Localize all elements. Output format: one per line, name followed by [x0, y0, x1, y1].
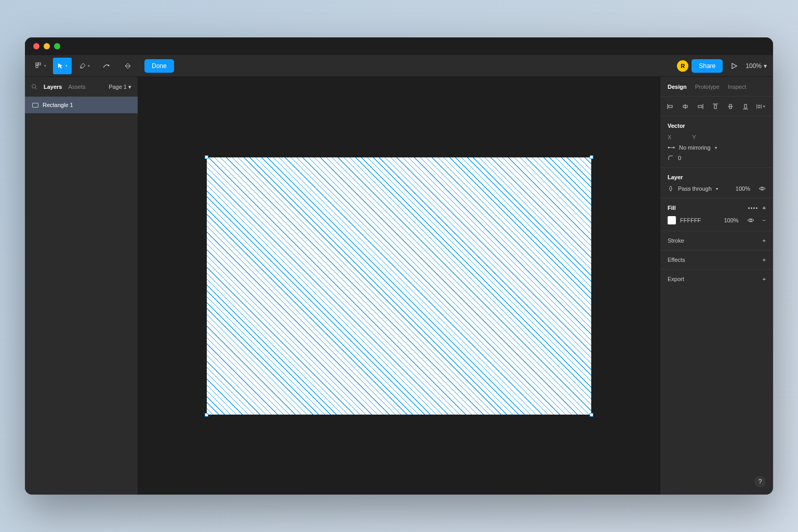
remove-fill-button[interactable]: −: [763, 217, 766, 223]
toolbar-left: ▾ ▾ ▾ Done: [31, 58, 174, 74]
svg-point-3: [108, 64, 110, 66]
mirror-icon: [668, 145, 675, 150]
resize-handle-br[interactable]: [590, 413, 593, 417]
page-selector[interactable]: Page 1 ▾: [109, 84, 131, 90]
resize-handle-bl[interactable]: [205, 413, 208, 417]
move-tool-button[interactable]: ▾: [53, 58, 72, 74]
toolbar: ▾ ▾ ▾ Done R Share: [25, 55, 773, 77]
align-top-button[interactable]: [711, 102, 720, 111]
blend-icon: [668, 185, 674, 192]
tab-design[interactable]: Design: [668, 84, 687, 90]
export-title: Export: [668, 276, 684, 282]
add-fill-button[interactable]: +: [763, 205, 766, 211]
left-panel-header: Layers Assets Page 1 ▾: [25, 77, 138, 97]
mirroring-dropdown[interactable]: No mirroring ▾: [668, 144, 766, 151]
main-menu-button[interactable]: ▾: [31, 58, 50, 74]
tab-assets[interactable]: Assets: [68, 84, 85, 90]
align-hcenter-button[interactable]: [681, 102, 690, 111]
resize-handle-tl[interactable]: [205, 155, 208, 159]
fill-hex[interactable]: FFFFFF: [680, 217, 701, 223]
add-effect-button[interactable]: +: [763, 257, 766, 263]
svg-point-25: [750, 219, 752, 221]
fill-styles-button[interactable]: [748, 207, 757, 209]
align-right-button[interactable]: [696, 102, 705, 111]
coord-row: X Y: [668, 134, 766, 140]
titlebar: [25, 37, 773, 55]
distribute-button[interactable]: ▾: [756, 102, 765, 111]
right-panel: Design Prototype Inspect ▾ Vector X Y: [660, 77, 773, 495]
svg-rect-2: [38, 63, 41, 65]
chevron-down-icon: ▾: [764, 62, 767, 70]
align-bottom-button[interactable]: [741, 102, 750, 111]
radius-value: 0: [678, 155, 681, 161]
align-vcenter-button[interactable]: [726, 102, 735, 111]
y-label[interactable]: Y: [692, 134, 696, 140]
svg-rect-0: [36, 63, 38, 65]
blend-mode-row[interactable]: Pass through ▾ 100%: [668, 185, 766, 192]
fill-opacity[interactable]: 100%: [724, 217, 738, 223]
alignment-row: ▾: [660, 97, 773, 116]
corner-radius-input[interactable]: 0: [668, 155, 766, 161]
add-export-button[interactable]: +: [763, 276, 766, 282]
layer-opacity[interactable]: 100%: [736, 185, 750, 192]
canvas[interactable]: [138, 77, 660, 495]
layer-name: Rectangle 1: [43, 102, 73, 108]
share-button[interactable]: Share: [691, 59, 723, 73]
svg-rect-7: [669, 105, 672, 108]
visibility-toggle[interactable]: [759, 186, 766, 191]
chevron-down-icon: ▾: [715, 145, 717, 150]
svg-rect-20: [758, 105, 760, 108]
user-avatar[interactable]: R: [677, 60, 688, 72]
left-panel: Layers Assets Page 1 ▾ Rectangle 1: [25, 77, 138, 495]
svg-point-24: [761, 188, 763, 190]
fill-color-swatch[interactable]: [668, 216, 676, 224]
vector-section: Vector X Y No mirroring ▾ 0: [660, 116, 773, 168]
selected-rectangle[interactable]: [207, 157, 591, 415]
app-window: ▾ ▾ ▾ Done R Share: [25, 37, 773, 495]
mirroring-value: No mirroring: [679, 144, 711, 151]
bend-tool-button[interactable]: [97, 58, 115, 74]
svg-rect-13: [714, 105, 716, 109]
svg-rect-11: [698, 105, 702, 108]
effects-title: Effects: [668, 257, 685, 263]
vector-title: Vector: [668, 123, 766, 129]
help-button[interactable]: ?: [754, 476, 766, 487]
close-window-button[interactable]: [33, 43, 39, 49]
layer-item[interactable]: Rectangle 1: [25, 97, 138, 113]
x-label[interactable]: X: [668, 134, 671, 140]
svg-point-23: [673, 147, 675, 149]
layer-section: Layer Pass through ▾ 100%: [660, 168, 773, 198]
svg-rect-1: [36, 65, 38, 68]
search-icon[interactable]: [31, 84, 37, 90]
resize-handle-tr[interactable]: [590, 155, 593, 159]
pen-tool-button[interactable]: ▾: [75, 58, 94, 74]
minimize-window-button[interactable]: [44, 43, 50, 49]
stroke-title: Stroke: [668, 237, 684, 244]
toolbar-right: R Share 100% ▾: [677, 59, 767, 73]
fill-visibility-toggle[interactable]: [747, 218, 754, 223]
add-stroke-button[interactable]: +: [763, 237, 766, 244]
main-area: Layers Assets Page 1 ▾ Rectangle 1: [25, 77, 773, 495]
zoom-value: 100%: [746, 62, 762, 70]
align-left-button[interactable]: [666, 102, 675, 111]
layer-title: Layer: [668, 174, 766, 180]
chevron-down-icon: ▾: [716, 187, 718, 191]
tab-layers[interactable]: Layers: [44, 84, 62, 90]
stroke-section[interactable]: Stroke +: [660, 231, 773, 250]
corner-radius-icon: [668, 155, 674, 161]
paint-bucket-tool-button[interactable]: [118, 58, 137, 74]
tab-inspect[interactable]: Inspect: [728, 84, 746, 90]
zoom-dropdown[interactable]: 100% ▾: [746, 62, 767, 70]
blend-value: Pass through: [678, 185, 712, 192]
tab-prototype[interactable]: Prototype: [695, 84, 720, 90]
effects-section[interactable]: Effects +: [660, 250, 773, 270]
done-button[interactable]: Done: [144, 59, 174, 73]
maximize-window-button[interactable]: [54, 43, 60, 49]
fill-row: FFFFFF 100% −: [668, 216, 766, 224]
fill-title: Fill: [668, 205, 676, 211]
svg-rect-17: [744, 104, 747, 108]
present-button[interactable]: [726, 63, 742, 69]
export-section[interactable]: Export +: [660, 270, 773, 288]
frame-icon: [32, 103, 38, 108]
right-panel-tabs: Design Prototype Inspect: [660, 77, 773, 97]
